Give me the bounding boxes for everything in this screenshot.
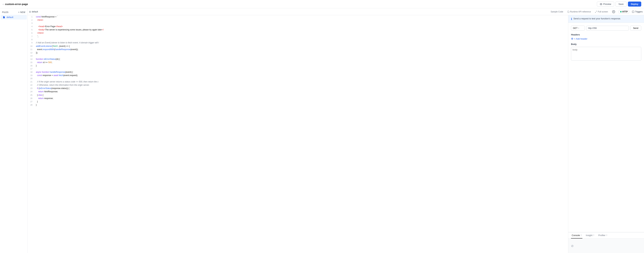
- chevron-down-icon: ▾: [578, 27, 579, 29]
- preview-button[interactable]: Preview: [597, 2, 614, 7]
- eye-icon: [600, 3, 602, 5]
- svg-rect-5: [632, 11, 634, 13]
- editor-content: 1 const htmlResponse = ` 2 <html> 3 4 <h…: [28, 15, 644, 253]
- files-label: Files: [2, 11, 8, 14]
- table-row: 13: [28, 55, 568, 58]
- table-row: 12 });: [28, 51, 568, 55]
- send-button[interactable]: Send: [630, 26, 641, 31]
- svg-marker-4: [614, 11, 614, 12]
- http-panel: GET ▾ Send Headers ⊕ + Add header Body: [568, 23, 644, 232]
- table-row: 10 addEventListener('fetch', (event) => …: [28, 45, 568, 48]
- table-row: 17: [28, 67, 568, 71]
- table-row: 27 }: [28, 100, 568, 103]
- table-row: 28 }: [28, 103, 568, 107]
- table-row: 14 function isErrorStatus(st) {: [28, 58, 568, 61]
- table-row: 19 const response = await fetch(event.re…: [28, 74, 568, 77]
- table-row: 26 return response;: [28, 97, 568, 100]
- info-text: Send a request to test your function's r…: [574, 17, 621, 20]
- file-icon: [3, 16, 5, 19]
- table-row: 22 // Otherwise, return the information …: [28, 84, 568, 87]
- body-label: Body: [571, 43, 641, 46]
- url-input[interactable]: [586, 26, 629, 31]
- no-content-icon: ⊘: [571, 244, 574, 248]
- default-selector[interactable]: ⊙ default: [29, 10, 38, 13]
- bottom-panel: Console ? Insight ? Profiler ?: [568, 232, 644, 253]
- runtime-api-link[interactable]: Runtime API reference: [567, 11, 592, 13]
- triggers-button[interactable]: Triggers: [632, 11, 642, 13]
- triggers-icon: [632, 11, 634, 13]
- http-badge[interactable]: HTTP: [619, 10, 629, 14]
- sample-code-link[interactable]: Sample Code: [550, 11, 564, 13]
- console-help-icon[interactable]: ?: [581, 234, 582, 236]
- svg-line-2: [595, 12, 596, 13]
- code-editor[interactable]: 1 const htmlResponse = ` 2 <html> 3 4 <h…: [28, 15, 568, 253]
- profiler-help-icon[interactable]: ?: [606, 234, 607, 236]
- tab-insight[interactable]: Insight ?: [585, 232, 595, 238]
- svg-line-1: [596, 11, 597, 12]
- tab-console[interactable]: Console ?: [571, 232, 582, 238]
- table-row: 15 return st >= 500;: [28, 61, 568, 64]
- http-label: HTTP: [622, 11, 628, 13]
- tab-bar-left: ⊙ default: [29, 10, 38, 13]
- code-lines: 1 const htmlResponse = ` 2 <html> 3 4 <h…: [28, 15, 568, 107]
- table-row: 1 const htmlResponse = `: [28, 15, 568, 19]
- table-row: 6 </html>: [28, 32, 568, 35]
- main-layout: Files + New default ⊙ default Sample Cod…: [0, 8, 644, 253]
- add-icon: ⊕: [571, 37, 573, 40]
- sidebar-item-default[interactable]: default: [1, 15, 27, 20]
- tab-bar: ⊙ default Sample Code Runtime API refere…: [28, 8, 644, 15]
- back-button[interactable]: ‹: [3, 3, 4, 6]
- console-content: ⊘: [568, 239, 644, 253]
- table-row: 2 <html>: [28, 19, 568, 22]
- table-row: 8: [28, 38, 568, 41]
- full-screen-link[interactable]: Full screen: [594, 11, 608, 13]
- headers-label: Headers: [571, 33, 641, 36]
- http-request-row: GET ▾ Send: [571, 26, 641, 31]
- sidebar: Files + New default: [0, 8, 28, 253]
- right-panel: ℹ Send a request to test your function's…: [568, 15, 644, 253]
- table-row: 7 `;: [28, 35, 568, 38]
- console-tab-label: Console: [572, 234, 580, 236]
- table-row: 23 if (isErrorStatus(response.status)) {: [28, 87, 568, 90]
- top-bar-right: Preview Save Deploy: [597, 2, 641, 7]
- insight-tab-label: Insight: [586, 234, 592, 236]
- insight-help-icon[interactable]: ?: [593, 234, 594, 236]
- doc-icon: [568, 11, 570, 13]
- status-dot: [620, 11, 622, 13]
- tab-profiler[interactable]: Profiler ?: [598, 232, 608, 238]
- table-row: 16 }: [28, 64, 568, 67]
- profiler-tab-label: Profiler: [598, 234, 605, 236]
- save-button[interactable]: Save: [616, 2, 626, 7]
- table-row: 3: [28, 22, 568, 25]
- table-row: 20: [28, 77, 568, 80]
- table-row: 9 // Add an EventListener to listen to f…: [28, 41, 568, 44]
- deploy-button[interactable]: Deploy: [628, 2, 641, 7]
- table-row: 21 // If the origin server returns a sta…: [28, 80, 568, 84]
- play-icon: [612, 10, 615, 13]
- console-tabs: Console ? Insight ? Profiler ?: [568, 232, 644, 239]
- table-row: 11 event.respondWith(handleResponse(even…: [28, 48, 568, 51]
- project-title: custom-error-page: [5, 3, 28, 6]
- run-icon[interactable]: [612, 10, 616, 13]
- top-bar: ‹ custom-error-page Preview Save Deploy: [0, 0, 644, 8]
- info-icon: ℹ: [571, 17, 572, 21]
- editor-area: ⊙ default Sample Code Runtime API refere…: [28, 8, 644, 253]
- tab-bar-right: Sample Code Runtime API reference Full s…: [550, 10, 642, 14]
- info-bar: ℹ Send a request to test your function's…: [568, 15, 644, 23]
- new-file-button[interactable]: + New: [18, 11, 25, 14]
- add-header-link[interactable]: ⊕ + Add header: [571, 37, 641, 40]
- default-file-label: default: [6, 16, 13, 19]
- top-bar-left: ‹ custom-error-page: [3, 3, 28, 6]
- method-select[interactable]: GET ▾: [571, 26, 585, 31]
- table-row: 4 <head>Error Page</head>: [28, 25, 568, 28]
- sidebar-header: Files + New: [0, 10, 28, 15]
- table-row: 18 async function handleResponse(event) …: [28, 71, 568, 74]
- full-screen-icon: [595, 11, 597, 13]
- body-textarea[interactable]: [571, 47, 641, 61]
- table-row: 5 <body>The server is experiencing some …: [28, 28, 568, 32]
- table-row: 24 return htmlResponse;: [28, 90, 568, 93]
- method-value: GET: [573, 27, 578, 29]
- table-row: 25 } else {: [28, 94, 568, 97]
- svg-point-0: [601, 4, 602, 5]
